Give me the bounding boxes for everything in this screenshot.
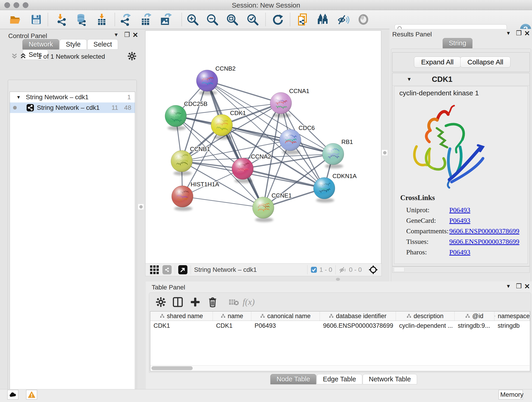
results-panel-menu-caret[interactable]: ▼ [506, 30, 511, 36]
crosslink-link[interactable]: P06493 [449, 248, 470, 256]
network-node-CCNB1[interactable] [171, 150, 192, 176]
show-all-eye-icon[interactable] [357, 13, 370, 26]
table-cell[interactable]: CDK1 [150, 322, 213, 329]
network-node-CDK1[interactable] [211, 114, 233, 140]
tab-edge-table[interactable]: Edge Table [317, 374, 362, 384]
table-cell[interactable]: stringdb:9... [455, 322, 494, 329]
network-node-CDC6[interactable] [279, 129, 301, 154]
table-panel-menu-caret[interactable]: ▼ [506, 283, 511, 289]
column-header-name[interactable]: name [213, 312, 251, 321]
first-neighbors-icon[interactable] [317, 13, 330, 26]
network-node-HIST1H1A[interactable] [172, 186, 193, 211]
selected-checkbox-icon[interactable] [311, 267, 317, 273]
network-canvas[interactable]: CCNB2CCNA1CDC25BCDK1CDC6RB1CCNB1CCNA2CDK… [145, 31, 381, 264]
table-cell[interactable]: P06493 [251, 322, 320, 329]
table-cell[interactable]: cyclin-dependent ... [396, 322, 455, 329]
network-edge-cdk1-rb1[interactable] [222, 125, 333, 154]
save-session-icon[interactable] [30, 13, 43, 26]
tab-network-table[interactable]: Network Table [363, 374, 417, 384]
network-view-share-icon[interactable] [162, 265, 172, 274]
table-cell[interactable]: stringdb [494, 322, 530, 329]
expand-all-button[interactable]: Expand All [414, 57, 461, 68]
import-table-icon[interactable] [95, 13, 108, 26]
select-columns-icon[interactable] [172, 297, 183, 307]
tab-network[interactable]: Network [22, 39, 59, 50]
warnings-button[interactable] [26, 390, 37, 400]
crosslink-link[interactable]: 9606.ENSP00000378699 [449, 238, 519, 245]
memory-button[interactable]: Memory [499, 390, 523, 400]
delete-column-trash-icon[interactable] [207, 296, 218, 307]
network-edge-hist1h1a-ccne1[interactable] [182, 196, 263, 208]
export-table-icon[interactable] [139, 13, 152, 26]
table-panel-float-button[interactable]: ❒ [516, 282, 522, 290]
network-node-CDKN1A[interactable] [313, 177, 335, 203]
network-collection-row[interactable]: ▼ String Network – cdk1 1 [10, 92, 135, 102]
column-header-namespace[interactable]: namespace [494, 312, 530, 321]
tab-string[interactable]: String [443, 38, 472, 48]
table-panel-close-button[interactable]: ✕ [524, 282, 530, 290]
zoom-fit-icon[interactable] [226, 13, 239, 26]
network-options-gear-icon[interactable] [127, 51, 137, 61]
add-column-icon[interactable] [190, 297, 201, 307]
hide-selected-eye-icon[interactable] [337, 13, 350, 26]
export-network-icon[interactable] [119, 13, 132, 26]
column-header-canonical-name[interactable]: canonical name [251, 312, 320, 321]
table-cell[interactable]: CDK1 [213, 322, 251, 329]
zoom-out-icon[interactable] [206, 13, 219, 26]
grid-view-icon[interactable] [150, 265, 159, 274]
table-cell[interactable]: 9606.ENSP00000378699 [320, 322, 396, 329]
clone-network-icon[interactable] [297, 13, 310, 26]
network-edge-ccnb2-ccne1[interactable] [207, 81, 263, 208]
crosslink-link[interactable]: 9606.ENSP00000378699 [449, 227, 519, 235]
expand-all-chevron-icon[interactable] [20, 52, 27, 60]
collapse-all-button[interactable]: Collapse All [460, 57, 510, 68]
results-panel-float-button[interactable]: ❒ [516, 29, 522, 37]
left-splitter-handle[interactable] [138, 204, 144, 210]
protein-collapse-caret[interactable]: ▼ [407, 76, 412, 82]
open-session-icon[interactable] [9, 13, 22, 26]
results-horizontal-scrollbar[interactable] [392, 266, 530, 273]
control-panel-float-button[interactable]: ❒ [124, 31, 130, 38]
cloud-status-button[interactable] [7, 390, 18, 400]
table-horizontal-scrollbar[interactable] [150, 365, 530, 371]
column-header-description[interactable]: description [396, 312, 455, 321]
network-node-CCNA2[interactable] [232, 158, 253, 183]
tab-node-table[interactable]: Node Table [270, 374, 316, 384]
network-selection-status: 1 of 1 Network selected [30, 53, 113, 60]
right-splitter-handle[interactable] [382, 150, 388, 156]
crosslink-link[interactable]: P06493 [449, 217, 470, 224]
protein-header-row[interactable]: ▼ CDK1 [393, 73, 530, 86]
network-node-RB1[interactable] [322, 143, 344, 168]
collection-expand-caret[interactable]: ▼ [16, 95, 21, 100]
zoom-selected-icon[interactable] [246, 13, 259, 26]
collapse-all-chevron-icon[interactable] [11, 52, 18, 60]
bottom-splitter-handle[interactable] [336, 278, 340, 281]
column-header-@id[interactable]: @id [455, 312, 494, 321]
network-row[interactable]: String Network – cdk1 11 48 [10, 102, 135, 113]
table-scroll-thumb[interactable] [152, 366, 193, 370]
control-panel-close-button[interactable]: ✕ [133, 31, 138, 39]
table-options-gear-icon[interactable] [156, 297, 166, 307]
column-header-shared-name[interactable]: shared name [150, 312, 213, 321]
birdseye-navigator-icon[interactable] [368, 265, 378, 275]
results-panel-close-button[interactable]: ✕ [524, 29, 530, 37]
network-edge-ccna2-cdkn1a[interactable] [243, 169, 324, 188]
table-row[interactable]: CDK1CDK1P064939606.ENSP00000378699cyclin… [150, 321, 530, 331]
tab-select[interactable]: Select [87, 39, 118, 50]
crosslink-link[interactable]: P06493 [449, 206, 470, 214]
tab-style[interactable]: Style [60, 39, 87, 50]
network-node-CCNA1[interactable] [270, 92, 292, 118]
network-edge-ccnb2-ccna1[interactable] [207, 81, 281, 103]
detach-view-button[interactable] [178, 265, 187, 274]
import-network-icon[interactable] [56, 13, 69, 26]
export-image-icon[interactable] [159, 13, 172, 26]
zoom-in-icon[interactable] [186, 13, 199, 26]
network-node-CCNE1[interactable] [253, 197, 274, 222]
apply-layout-icon[interactable] [272, 13, 284, 26]
column-header-database-identifier[interactable]: database identifier [320, 312, 396, 321]
network-node-CCNB2[interactable] [196, 70, 218, 95]
network-node-CDC25B[interactable] [165, 105, 186, 130]
control-panel-menu-caret[interactable]: ▼ [114, 32, 119, 38]
results-scroll-thumb[interactable] [394, 267, 404, 272]
import-database-icon[interactable] [75, 13, 88, 26]
